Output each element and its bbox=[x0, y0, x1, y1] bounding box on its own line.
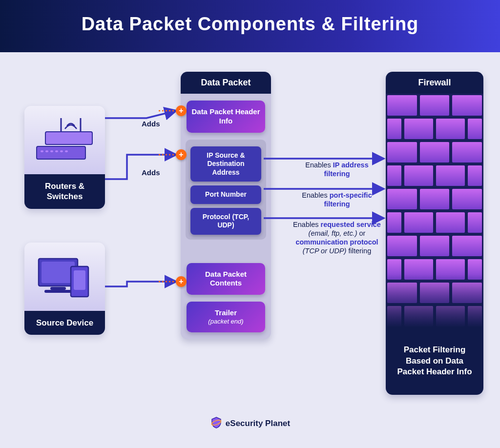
card-routers-switches: Routers & Switches bbox=[24, 106, 105, 209]
svg-rect-13 bbox=[44, 290, 72, 293]
svg-rect-11 bbox=[42, 262, 75, 283]
footer-brand: eSecurity Planet bbox=[0, 416, 500, 429]
packet-trailer-label: Trailer bbox=[215, 308, 237, 317]
text: Enables bbox=[293, 221, 320, 228]
svg-rect-7 bbox=[55, 150, 58, 152]
packet-protocol: Protocol (TCP, UDP) bbox=[190, 208, 261, 235]
svg-rect-1 bbox=[45, 132, 92, 144]
routers-illustration bbox=[24, 106, 105, 174]
card-source-device: Source Device bbox=[24, 243, 105, 335]
packet-contents: Data Packet Contents bbox=[187, 263, 265, 295]
text: requested service bbox=[321, 221, 381, 228]
packet-trailer: Trailer (packet end) bbox=[187, 302, 265, 332]
adds-label-mid: Adds bbox=[142, 168, 160, 177]
firewall-title: Firewall bbox=[386, 72, 483, 94]
plus-icon: + bbox=[176, 276, 187, 287]
text: (TCP or UDP) bbox=[303, 247, 347, 255]
data-packet-title: Data Packet bbox=[181, 72, 271, 94]
text: Enables bbox=[305, 161, 333, 169]
text: (email, ftp, etc.) bbox=[309, 229, 357, 237]
footer-text: eSecurity Planet bbox=[226, 419, 290, 428]
firewall-column: Firewall Packet Filtering Based on Data … bbox=[386, 72, 483, 395]
firewall-bricks bbox=[386, 94, 483, 328]
text: communication protocol bbox=[295, 238, 378, 246]
svg-rect-4 bbox=[41, 150, 43, 152]
svg-rect-5 bbox=[45, 150, 48, 152]
svg-rect-6 bbox=[50, 150, 53, 152]
packet-header-info: Data Packet Header Info bbox=[187, 101, 265, 133]
source-device-illustration bbox=[24, 243, 105, 311]
svg-rect-8 bbox=[60, 150, 63, 152]
text: Enables bbox=[302, 191, 329, 199]
packet-port-number: Port Number bbox=[190, 185, 261, 204]
adds-label-top: Adds bbox=[142, 120, 160, 128]
text: port-specific filtering bbox=[324, 191, 372, 208]
svg-rect-0 bbox=[37, 146, 85, 159]
source-device-label: Source Device bbox=[24, 311, 105, 335]
packet-ip-address: IP Source & Destination Address bbox=[190, 146, 261, 182]
enable-port-label: Enables port-specific filtering bbox=[298, 191, 376, 208]
text: filtering bbox=[346, 247, 371, 255]
packet-trailer-sub: (packet end) bbox=[191, 318, 260, 326]
text: or bbox=[357, 229, 366, 237]
enable-ip-label: Enables IP address filtering bbox=[298, 161, 376, 178]
enable-protocol-label: Enables requested service (email, ftp, e… bbox=[293, 220, 381, 256]
svg-rect-15 bbox=[74, 270, 85, 290]
svg-rect-12 bbox=[50, 287, 66, 290]
routers-label: Routers & Switches bbox=[24, 174, 105, 209]
svg-rect-9 bbox=[65, 150, 68, 152]
plus-icon: + bbox=[176, 149, 187, 160]
data-packet-column: Data Packet Data Packet Header Info IP S… bbox=[181, 72, 271, 339]
page-title: Data Packet Components & Filtering bbox=[0, 0, 500, 52]
packet-header-group: IP Source & Destination Address Port Num… bbox=[186, 140, 266, 240]
shield-icon bbox=[210, 416, 223, 429]
diagram-canvas: Routers & Switches Source Device Data Pa… bbox=[0, 52, 500, 433]
plus-icon: + bbox=[176, 105, 187, 116]
firewall-bottom-label: Packet Filtering Based on Data Packet He… bbox=[386, 328, 483, 395]
